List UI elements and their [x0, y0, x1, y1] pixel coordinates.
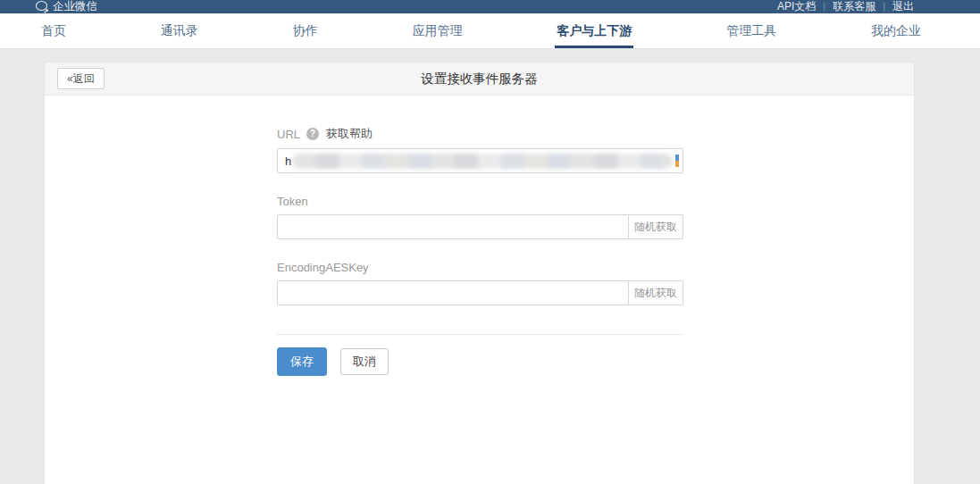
tab-contacts[interactable]: 通讯录	[155, 13, 204, 48]
wework-chat-bubble-icon	[36, 1, 48, 12]
token-random-generate-button[interactable]: 随机获取	[628, 214, 683, 239]
form-divider	[277, 334, 683, 335]
api-docs-link[interactable]: API文档	[777, 0, 816, 13]
logout-link[interactable]: 退出	[892, 0, 914, 13]
brand-name: 企业微信	[53, 0, 97, 13]
receive-event-server-form: URL ? 获取帮助 h Token	[45, 96, 914, 376]
contact-support-link[interactable]: 联系客服	[833, 0, 875, 13]
aeskey-random-generate-button[interactable]: 随机获取	[628, 280, 683, 305]
url-label: URL	[277, 128, 300, 141]
page-background: «返回 设置接收事件服务器 URL ? 获取帮助 h	[0, 49, 980, 484]
tab-collaboration[interactable]: 协作	[288, 13, 323, 48]
panel-header: «返回 设置接收事件服务器	[45, 63, 914, 96]
token-field-group: Token 随机获取	[277, 195, 683, 239]
tab-customers-upstream-downstream[interactable]: 客户与上下游	[551, 13, 637, 48]
tab-my-company[interactable]: 我的企业	[866, 13, 926, 48]
url-value-visible: h	[285, 154, 291, 168]
topbar-links: API文档 | 联系客服 | 退出	[777, 0, 914, 13]
back-button[interactable]: «返回	[57, 68, 105, 89]
aeskey-input[interactable]	[277, 280, 683, 305]
save-button[interactable]: 保存	[277, 347, 327, 376]
url-field-group: URL ? 获取帮助 h	[277, 126, 683, 173]
tab-app-management[interactable]: 应用管理	[406, 13, 467, 48]
token-label: Token	[277, 195, 308, 208]
brand-logo: 企业微信	[36, 0, 97, 13]
settings-panel: «返回 设置接收事件服务器 URL ? 获取帮助 h	[45, 63, 914, 484]
page-title: 设置接收事件服务器	[421, 71, 538, 88]
form-actions: 保存 取消	[277, 347, 683, 376]
main-nav: 首页 通讯录 协作 应用管理 客户与上下游 管理工具 我的企业	[0, 13, 980, 49]
aeskey-label: EncodingAESKey	[277, 261, 369, 274]
tab-admin-tools[interactable]: 管理工具	[721, 13, 782, 48]
separator: |	[823, 0, 825, 13]
separator: |	[883, 0, 885, 13]
url-redacted-blur	[292, 154, 674, 169]
help-icon[interactable]: ?	[306, 128, 319, 140]
token-input[interactable]	[277, 214, 683, 239]
url-input[interactable]: h	[277, 148, 683, 173]
url-redacted-tail	[675, 154, 679, 167]
get-help-link[interactable]: 获取帮助	[326, 126, 373, 142]
cancel-button[interactable]: 取消	[340, 348, 389, 375]
aeskey-field-group: EncodingAESKey 随机获取	[277, 261, 683, 305]
top-bar: 企业微信 API文档 | 联系客服 | 退出	[0, 0, 980, 13]
tab-home[interactable]: 首页	[36, 13, 71, 48]
